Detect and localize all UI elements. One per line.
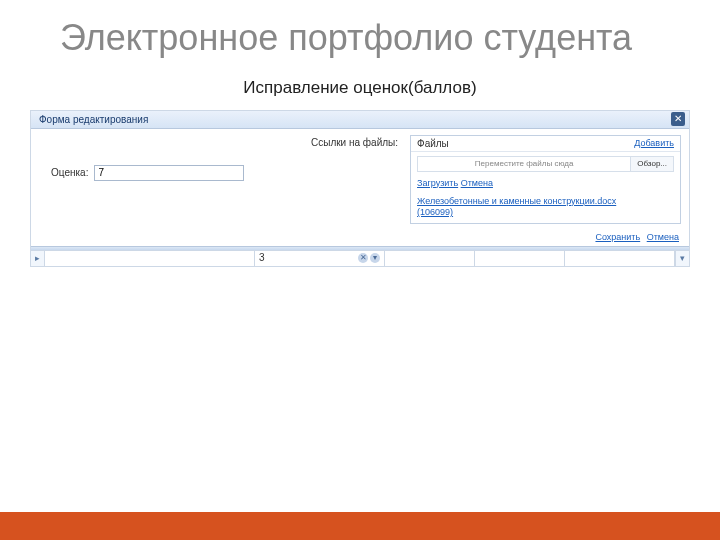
files-panel: Файлы Добавить Переместите файлы сюда Об…: [410, 135, 681, 224]
chevron-down-icon[interactable]: ▾: [370, 253, 380, 263]
links-label: Ссылки на файлы:: [311, 135, 398, 224]
table-row: ▸ 3 ✕ ▾ ▾: [31, 250, 689, 266]
table-cell-3: [385, 251, 475, 266]
upload-actions: Загрузить Отмена: [411, 176, 680, 194]
form-title: Форма редактирования: [39, 114, 148, 125]
subtitle: Исправление оценок(баллов): [0, 78, 720, 98]
table-cell-4: [475, 251, 565, 266]
table-cell-5: [565, 251, 675, 266]
close-icon[interactable]: ✕: [671, 112, 685, 126]
footer-cancel-link[interactable]: Отмена: [647, 232, 679, 242]
attached-file-row: Железобетонные и каменные конструкции.do…: [411, 194, 680, 223]
files-header-title: Файлы: [417, 138, 449, 149]
files-header: Файлы Добавить: [411, 136, 680, 152]
row-menu-icon[interactable]: ▾: [675, 251, 689, 266]
expand-icon[interactable]: ▸: [31, 251, 45, 266]
grade-field-row: Оценка:: [51, 165, 301, 181]
attached-file-link[interactable]: Железобетонные и каменные конструкции.do…: [417, 196, 616, 206]
cell-value: 3: [259, 251, 356, 265]
file-drop-area[interactable]: Переместите файлы сюда: [418, 157, 630, 171]
save-link[interactable]: Сохранить: [595, 232, 640, 242]
upload-cancel-link[interactable]: Отмена: [461, 178, 493, 188]
attached-file-size[interactable]: (106099): [417, 207, 453, 217]
page-title: Электронное портфолио студента: [0, 0, 720, 58]
add-file-link[interactable]: Добавить: [634, 138, 674, 148]
left-column: Оценка:: [51, 135, 301, 224]
slide-footer-bar: [0, 512, 720, 540]
file-drop-row: Переместите файлы сюда Обзор...: [417, 156, 674, 172]
table-cell-2[interactable]: 3 ✕ ▾: [255, 251, 385, 266]
grade-input[interactable]: [94, 165, 244, 181]
right-column: Ссылки на файлы: Файлы Добавить Перемест…: [311, 135, 681, 224]
form-body: Оценка: Ссылки на файлы: Файлы Добавить …: [31, 129, 689, 228]
upload-link[interactable]: Загрузить: [417, 178, 458, 188]
edit-form-window: Форма редактирования ✕ Оценка: Ссылки на…: [30, 110, 690, 267]
clear-icon[interactable]: ✕: [358, 253, 368, 263]
grade-label: Оценка:: [51, 167, 88, 178]
table-cell-1: [45, 251, 255, 266]
form-titlebar: Форма редактирования ✕: [31, 111, 689, 129]
form-footer: Сохранить Отмена: [31, 228, 689, 246]
browse-button[interactable]: Обзор...: [630, 157, 673, 171]
